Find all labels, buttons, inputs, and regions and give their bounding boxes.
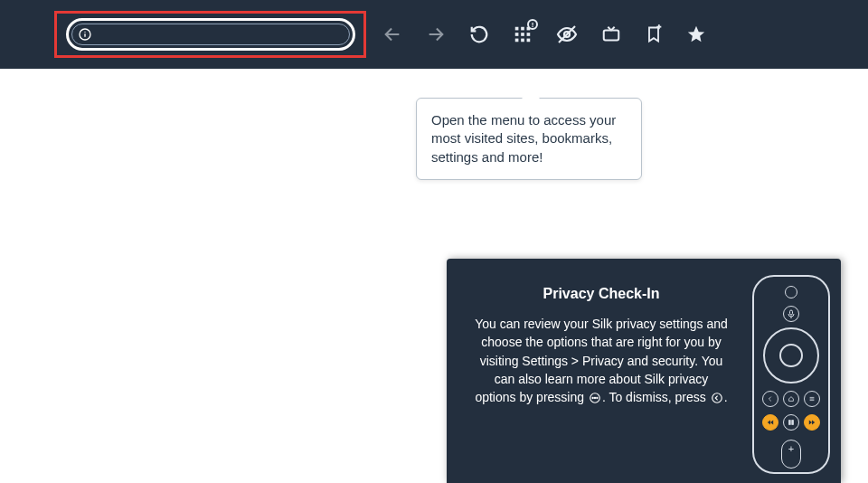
apps-grid-icon[interactable]: ! xyxy=(513,24,533,44)
svg-marker-31 xyxy=(770,421,773,425)
back-glyph-icon xyxy=(711,392,723,404)
svg-point-24 xyxy=(712,393,722,403)
tv-icon[interactable] xyxy=(601,24,621,44)
privacy-body-mid: . To dismiss, press xyxy=(602,390,710,404)
eye-off-icon[interactable] xyxy=(556,24,578,45)
privacy-checkin-card: Privacy Check-In You can review your Sil… xyxy=(447,259,841,483)
info-icon[interactable] xyxy=(78,27,92,42)
toolbar-icon-row: ! xyxy=(382,24,706,45)
bookmark-add-icon[interactable] xyxy=(645,24,663,44)
svg-marker-30 xyxy=(767,421,769,425)
privacy-body: You can review your Silk privacy setting… xyxy=(474,315,729,406)
svg-rect-25 xyxy=(790,310,793,315)
forward-arrow-icon[interactable] xyxy=(426,24,446,44)
svg-point-21 xyxy=(592,398,593,399)
privacy-text-block: Privacy Check-In You can review your Sil… xyxy=(447,259,741,483)
remote-home-icon xyxy=(783,391,799,407)
remote-playpause-icon xyxy=(783,414,799,431)
svg-marker-35 xyxy=(812,421,815,425)
svg-rect-11 xyxy=(515,39,519,43)
remote-forward-icon xyxy=(804,414,820,431)
svg-rect-16 xyxy=(604,30,619,40)
remote-row-2 xyxy=(754,414,828,431)
menu-glyph-icon xyxy=(589,392,601,404)
svg-rect-9 xyxy=(521,33,524,36)
svg-rect-12 xyxy=(521,39,524,43)
menu-alert-badge: ! xyxy=(527,19,538,30)
url-bar[interactable] xyxy=(66,18,355,51)
remote-row-1 xyxy=(754,391,828,407)
remote-back-icon xyxy=(762,391,778,407)
svg-marker-34 xyxy=(809,421,812,425)
star-icon[interactable] xyxy=(686,24,706,44)
svg-marker-19 xyxy=(688,26,704,42)
back-arrow-icon[interactable] xyxy=(382,24,402,44)
remote-volume-icon: + xyxy=(781,440,801,469)
remote-dpad-icon xyxy=(763,327,819,384)
remote-illustration: + xyxy=(752,275,830,474)
remote-menu-icon xyxy=(804,391,820,407)
url-bar-inner-border xyxy=(71,24,350,45)
svg-rect-33 xyxy=(792,421,794,425)
remote-power-icon xyxy=(785,286,797,298)
remote-illustration-column: + xyxy=(741,259,841,483)
svg-rect-8 xyxy=(515,33,519,36)
browser-toolbar: ! xyxy=(0,0,868,69)
reload-icon[interactable] xyxy=(469,24,489,44)
svg-rect-10 xyxy=(527,33,531,36)
svg-rect-6 xyxy=(521,27,524,31)
url-bar-highlight xyxy=(54,11,366,58)
svg-point-2 xyxy=(84,32,85,33)
privacy-title: Privacy Check-In xyxy=(474,286,729,302)
remote-rewind-icon xyxy=(762,414,778,431)
svg-rect-13 xyxy=(527,39,531,43)
svg-rect-5 xyxy=(515,27,519,31)
menu-tooltip: Open the menu to access your most visite… xyxy=(416,98,642,180)
svg-point-22 xyxy=(594,398,595,399)
menu-tooltip-text: Open the menu to access your most visite… xyxy=(431,112,616,165)
svg-point-23 xyxy=(597,398,598,399)
remote-mic-icon xyxy=(783,306,799,322)
svg-rect-32 xyxy=(789,421,791,425)
privacy-body-post: . xyxy=(724,390,728,404)
